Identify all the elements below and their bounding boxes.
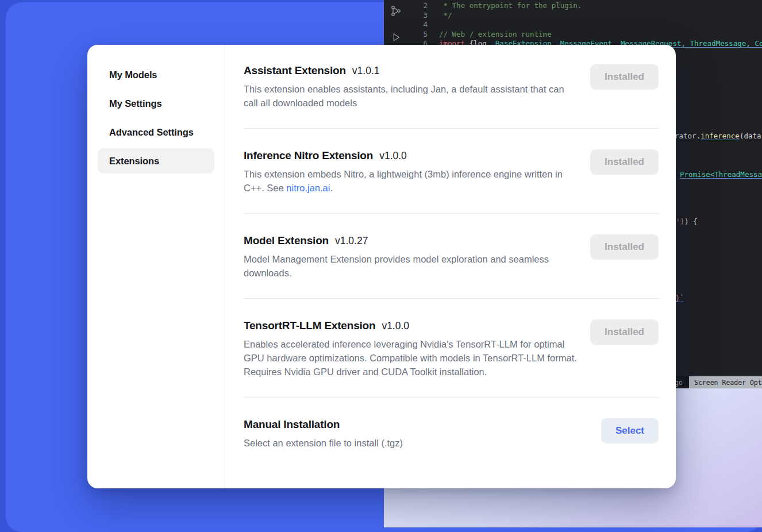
extension-title: Assistant Extension [244, 64, 346, 77]
extension-row-nitro: Inference Nitro Extension v1.0.0 This ex… [244, 129, 659, 214]
code-fragment: rator.inference(data)); [675, 132, 762, 141]
sidebar-item-extensions[interactable]: Extensions [98, 148, 214, 174]
extension-description: Model Management Extension provides mode… [244, 252, 578, 280]
extension-row-model: Model Extension v1.0.27 Model Management… [244, 214, 659, 299]
source-control-icon[interactable] [390, 5, 402, 17]
code-fragment: Promise<ThreadMessage> [680, 170, 762, 179]
editor-activity-bar [390, 5, 402, 44]
extensions-list: Assistant Extension v1.0.1 This extensio… [225, 45, 676, 488]
manual-installation-row: Manual Installation Select an extension … [244, 398, 659, 468]
select-button[interactable]: Select [601, 418, 659, 444]
extension-row-assistant: Assistant Extension v1.0.1 This extensio… [244, 64, 659, 129]
settings-sidebar: My Models My Settings Advanced Settings … [87, 45, 225, 488]
code-line: 2 * The entrypoint for the plugin. [417, 1, 762, 11]
sidebar-item-advanced-settings[interactable]: Advanced Settings [98, 119, 214, 145]
installed-button[interactable]: Installed [590, 319, 659, 345]
sidebar-item-my-settings[interactable]: My Settings [98, 91, 214, 116]
screen: 2 * The entrypoint for the plugin. 3 */ … [0, 0, 762, 532]
screen-reader-status-badge[interactable]: Screen Reader Optimized [689, 376, 762, 388]
code-fragment: ')) { [676, 217, 698, 226]
nitro-jan-ai-link[interactable]: nitro.jan.ai [286, 183, 330, 193]
extension-description: This extension embeds Nitro, a lightweig… [244, 167, 578, 195]
installed-button[interactable]: Installed [590, 234, 659, 260]
extension-description: This extension enables assistants, inclu… [244, 82, 578, 110]
extension-title: Model Extension [244, 234, 329, 247]
extension-version: v1.0.0 [382, 320, 409, 332]
line-number: 3 [417, 11, 428, 21]
sidebar-item-my-models[interactable]: My Models [98, 62, 214, 87]
extension-title: TensortRT-LLM Extension [244, 319, 375, 332]
line-number: 5 [417, 30, 428, 40]
manual-installation-description: Select an extension file to install (.tg… [244, 436, 403, 450]
installed-button[interactable]: Installed [590, 149, 659, 175]
installed-button[interactable]: Installed [590, 64, 659, 90]
line-number: 2 [417, 1, 428, 11]
code-line: 5 // Web / extension runtime [417, 30, 762, 40]
extension-version: v1.0.27 [335, 235, 368, 247]
code-line: 4 [417, 20, 762, 30]
extension-description: Enables accelerated inference leveraging… [244, 337, 578, 379]
code-line: 3 */ [417, 11, 762, 21]
run-debug-icon[interactable] [390, 31, 402, 44]
manual-installation-title: Manual Installation [244, 418, 340, 431]
extension-title: Inference Nitro Extension [244, 149, 373, 162]
settings-modal: My Models My Settings Advanced Settings … [87, 45, 676, 488]
extension-version: v1.0.0 [379, 150, 407, 162]
code-area: 2 * The entrypoint for the plugin. 3 */ … [417, 1, 762, 49]
status-text: go [675, 379, 683, 387]
extension-row-tensorrt: TensortRT-LLM Extension v1.0.0 Enables a… [244, 299, 659, 398]
line-number: 4 [417, 20, 428, 30]
extension-version: v1.0.1 [352, 65, 380, 77]
